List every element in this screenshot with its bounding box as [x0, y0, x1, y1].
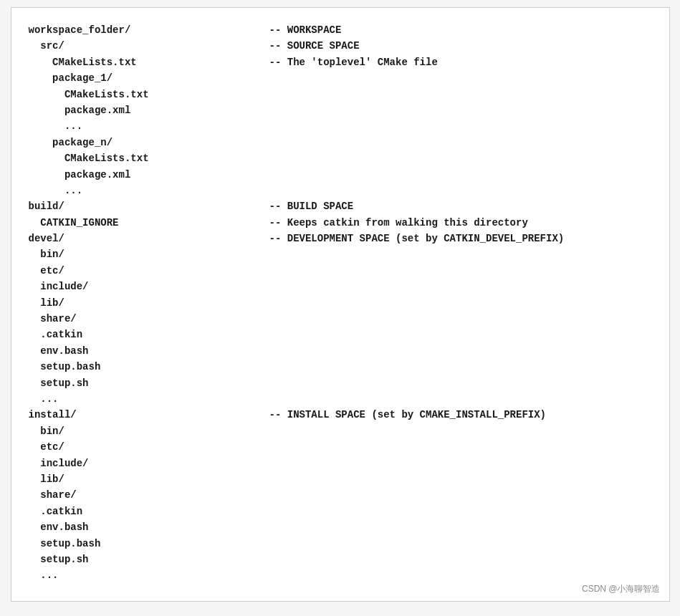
code-container: workspace_folder/ -- WORKSPACE src/ -- S…: [11, 7, 670, 602]
code-block: workspace_folder/ -- WORKSPACE src/ -- S…: [29, 22, 652, 584]
watermark: CSDN @小海聊智造: [582, 583, 661, 595]
